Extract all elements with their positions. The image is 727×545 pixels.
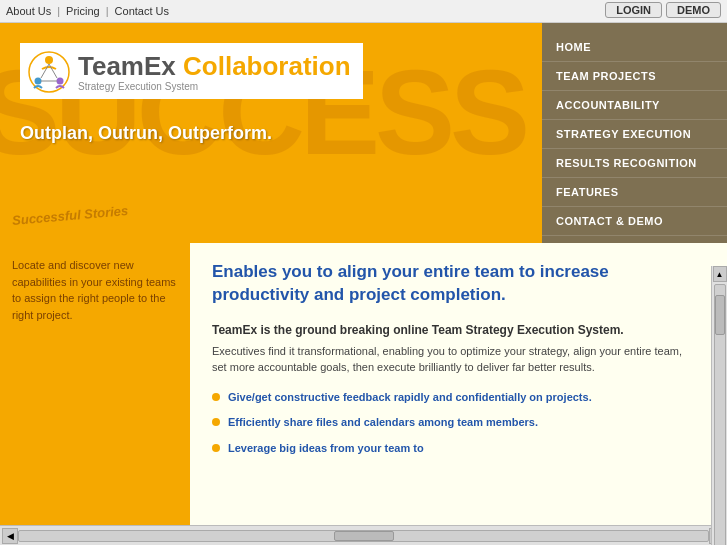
nav-separator-2: |	[106, 5, 109, 17]
logo-teamex-text: TeamEx	[78, 51, 176, 81]
hscroll-thumb[interactable]	[334, 531, 394, 541]
svg-point-1	[45, 56, 53, 64]
logo-container: TeamEx Collaboration Strategy Execution …	[20, 43, 363, 99]
svg-line-4	[41, 64, 49, 78]
nav-accountability[interactable]: ACCOUNTABILITY	[542, 91, 727, 120]
hero-section: SUCCESS	[0, 23, 727, 243]
bullet-text-2: Efficiently share files and calendars am…	[228, 415, 538, 430]
hscroll-track[interactable]	[18, 530, 709, 542]
bullet-item-1: Give/get constructive feedback rapidly a…	[212, 390, 699, 405]
main-headline: Enables you to align your entire team to…	[212, 261, 699, 307]
logo-main-text: TeamEx Collaboration	[78, 53, 351, 79]
nav-features[interactable]: FEATURES	[542, 178, 727, 207]
top-navigation: About Us | Pricing | Contact Us LOGIN DE…	[0, 0, 727, 23]
hero-navigation: HOME TEAM PROJECTS ACCOUNTABILITY STRATE…	[542, 23, 727, 243]
logo-collab-text: Collaboration	[176, 51, 351, 81]
svg-point-3	[57, 78, 64, 85]
scroll-left-arrow[interactable]: ◀	[2, 528, 18, 544]
login-button[interactable]: LOGIN	[605, 2, 662, 18]
logo-icon	[28, 51, 70, 93]
bullet-dot-2	[212, 418, 220, 426]
contact-us-link[interactable]: Contact Us	[115, 5, 169, 17]
vscroll-thumb[interactable]	[715, 295, 725, 335]
vertical-scrollbar[interactable]: ▲ ▼	[711, 266, 727, 545]
logo-subtitle: Strategy Execution System	[78, 81, 351, 92]
svg-line-5	[49, 64, 57, 78]
main-intro-bold: TeamEx is the ground breaking online Tea…	[212, 323, 699, 337]
hero-tagline: Outplan, Outrun, Outperform.	[20, 123, 522, 144]
sidebar-description: Locate and discover new capabilities in …	[12, 257, 178, 323]
hero-story-watermark: Successful Stories	[12, 203, 129, 228]
nav-contact-demo[interactable]: CONTACT & DEMO	[542, 207, 727, 236]
bullet-text-1: Give/get constructive feedback rapidly a…	[228, 390, 592, 405]
nav-team-projects[interactable]: TEAM PROJECTS	[542, 62, 727, 91]
bullet-item-2: Efficiently share files and calendars am…	[212, 415, 699, 430]
scroll-up-arrow[interactable]: ▲	[713, 266, 727, 282]
horizontal-scrollbar[interactable]: ◀ ▶	[0, 525, 727, 545]
main-body-content: Enables you to align your entire team to…	[190, 243, 727, 525]
about-us-link[interactable]: About Us	[6, 5, 51, 17]
main-content-area: Locate and discover new capabilities in …	[0, 243, 727, 525]
logo-text-group: TeamEx Collaboration Strategy Execution …	[78, 53, 351, 92]
nav-strategy-execution[interactable]: STRATEGY EXECUTION	[542, 120, 727, 149]
pricing-link[interactable]: Pricing	[66, 5, 100, 17]
bullet-text-3: Leverage big ideas from your team to	[228, 441, 424, 456]
vscroll-track[interactable]	[714, 284, 726, 545]
nav-home[interactable]: HOME	[542, 33, 727, 62]
auth-buttons: LOGIN DEMO	[605, 2, 721, 18]
nav-results-recognition[interactable]: RESULTS RECOGNITION	[542, 149, 727, 178]
bullet-item-3: Leverage big ideas from your team to	[212, 441, 699, 456]
bullet-dot-3	[212, 444, 220, 452]
main-sidebar: Locate and discover new capabilities in …	[0, 243, 190, 525]
hero-left-panel: TeamEx Collaboration Strategy Execution …	[0, 23, 542, 243]
bullet-dot-1	[212, 393, 220, 401]
svg-point-2	[35, 78, 42, 85]
demo-button[interactable]: DEMO	[666, 2, 721, 18]
main-intro-text: Executives find it transformational, ena…	[212, 343, 699, 376]
nav-separator-1: |	[57, 5, 60, 17]
